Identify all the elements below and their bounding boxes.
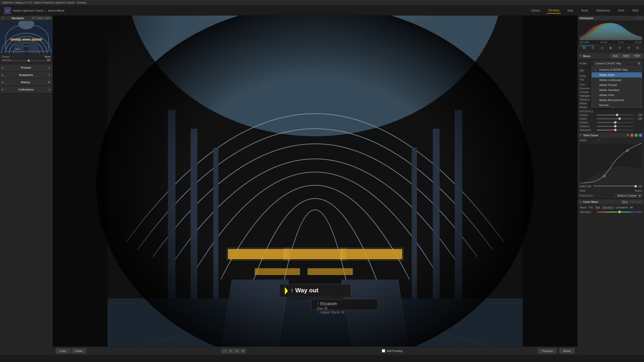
nav-library[interactable]: Library bbox=[530, 8, 542, 13]
refine-set-slider[interactable] bbox=[593, 186, 636, 187]
saturation-slider[interactable] bbox=[597, 130, 633, 130]
refine-set-label: Refine Set bbox=[580, 185, 591, 188]
histogram-aperture: f / 11 bbox=[618, 41, 623, 43]
navigator-triangle: ▼ bbox=[2, 17, 4, 19]
previous-button[interactable]: Previous bbox=[538, 348, 556, 353]
navigator-title: Navigator bbox=[12, 17, 24, 20]
nav-print[interactable]: Print bbox=[617, 8, 626, 13]
snapshots-add-button[interactable]: + bbox=[49, 73, 51, 77]
cm-all-btn[interactable]: All bbox=[630, 206, 633, 209]
dropdown-item-adobe-portrait[interactable]: Adobe Portrait bbox=[592, 82, 642, 87]
history-section: ▶ History ✕ bbox=[0, 79, 53, 86]
histogram-left-arrow[interactable]: ◁ bbox=[637, 16, 639, 20]
view-single[interactable]: ▢ bbox=[222, 349, 227, 353]
tone-curve-icons: ⚙ bbox=[627, 133, 642, 137]
nav-map[interactable]: Map bbox=[566, 8, 575, 13]
basic-panel-header: ▼ Basic Auto B&W HDR bbox=[578, 53, 644, 60]
basic-triangle: ▼ bbox=[580, 55, 582, 57]
histogram-right-arrow[interactable]: ▷ bbox=[640, 16, 642, 20]
presence-label: Presence bbox=[578, 109, 644, 113]
cm-saturation-btn[interactable]: Saturation bbox=[602, 206, 614, 209]
dropdown-item-adobe-vivid[interactable]: Adobe Vivid bbox=[592, 93, 642, 98]
original-photo-link[interactable]: Original Photo... bbox=[578, 44, 644, 48]
texture-value: +10 bbox=[634, 114, 642, 116]
history-header[interactable]: ▶ History ✕ bbox=[0, 79, 53, 86]
collections-header[interactable]: ▶ Collections + bbox=[0, 86, 53, 93]
svg-point-11 bbox=[18, 21, 34, 29]
nav-web[interactable]: Web bbox=[631, 8, 640, 13]
color-mixer-header[interactable]: ▼ Color Mixer Mixer Print Color bbox=[578, 199, 644, 205]
copy-button[interactable]: Copy bbox=[56, 348, 70, 353]
dropdown-item-adobe-standard[interactable]: Adobe Standard bbox=[592, 87, 642, 93]
cm-adjust-label: Adjust bbox=[580, 206, 587, 209]
snapshots-section: ▶ Snapshots + bbox=[0, 71, 53, 79]
red-channel-icon[interactable] bbox=[630, 134, 633, 137]
collections-add-button[interactable]: + bbox=[49, 87, 51, 92]
tc-point-icon[interactable]: ⋯ bbox=[601, 139, 603, 142]
nav-develop[interactable]: Develop bbox=[547, 8, 561, 14]
print-color-label[interactable]: Print Color bbox=[630, 200, 642, 203]
dehaze-label: Dehaze bbox=[580, 121, 596, 124]
amount-slider[interactable] bbox=[11, 60, 45, 61]
hdr-button[interactable]: HDR bbox=[632, 54, 642, 58]
output-label: Output bbox=[634, 189, 642, 192]
paste-button[interactable]: Paste bbox=[71, 348, 86, 353]
point-curve-select[interactable]: Medium Contrast Linear Strong Contrast bbox=[615, 194, 642, 198]
soft-proofing-checkbox[interactable] bbox=[382, 349, 385, 352]
nav-book[interactable]: Book bbox=[580, 8, 590, 13]
dropdown-item-browse[interactable]: Browse... bbox=[592, 103, 642, 108]
histogram-arrows: ◁ ▷ bbox=[637, 16, 642, 20]
clarity-slider[interactable] bbox=[597, 118, 633, 119]
vibrance-slider[interactable] bbox=[597, 126, 633, 127]
nav-fit[interactable]: FIT bbox=[32, 17, 36, 20]
tc-curve-icons: 〰 ⋯ bbox=[597, 139, 603, 142]
view-grid[interactable]: ⊠ bbox=[240, 349, 246, 353]
saturation-slider-row: Saturation bbox=[578, 128, 644, 132]
dehaze-slider[interactable] bbox=[597, 122, 633, 123]
profile-row: Profile Camera CLASSIC Neg ⊞ ✓ Camera CL… bbox=[578, 60, 644, 67]
cm-hue-btn[interactable]: Hue bbox=[595, 206, 600, 209]
tone-curve-settings-icon[interactable]: ⚙ bbox=[627, 133, 629, 137]
color-mixer-actions: Mixer Print Color bbox=[622, 200, 642, 203]
nav-150[interactable]: 150% bbox=[44, 17, 51, 20]
reset-button[interactable]: Reset bbox=[559, 348, 574, 353]
tone-curve-header[interactable]: ▼ Tone Curve ⚙ bbox=[578, 132, 644, 138]
center-content: ↑ Way out ↑ Elizabeth line ⓔ ↑ Upper Ban… bbox=[53, 16, 577, 355]
mixer-label[interactable]: Mixer bbox=[622, 200, 628, 203]
histogram-iso: ISO 1600 bbox=[580, 41, 589, 43]
tc-parametric-icon[interactable]: 〰 bbox=[597, 139, 600, 142]
history-clear-button[interactable]: ✕ bbox=[48, 80, 51, 84]
left-panel: ▼ Navigator FIT 100% 150% bbox=[0, 16, 53, 355]
basic-buttons: Auto B&W HDR bbox=[611, 54, 642, 58]
bw-button[interactable]: B&W bbox=[621, 54, 631, 58]
saturation-row: Saturation bbox=[578, 210, 644, 214]
titlebar-text: Lightroom Catalog-2-2-v13 - Adobe Photos… bbox=[2, 1, 86, 4]
input-output-row: Input Output bbox=[578, 189, 644, 193]
blue-channel-icon[interactable] bbox=[639, 134, 642, 137]
presets-section: ▶ Presets + bbox=[0, 64, 53, 71]
preset-section: Preset None Amount 100 bbox=[0, 54, 53, 64]
cm-luminance-btn[interactable]: Luminance bbox=[616, 206, 628, 209]
svg-rect-9 bbox=[22, 38, 30, 40]
tone-curve-title: Tone Curve bbox=[583, 134, 598, 137]
green-channel-icon[interactable] bbox=[635, 134, 638, 137]
presets-header[interactable]: ▶ Presets + bbox=[0, 64, 53, 71]
dropdown-item-adobe-landscape[interactable]: Adobe Landscape bbox=[592, 77, 642, 82]
view-compare[interactable]: ⊞ bbox=[228, 349, 233, 353]
profile-grid-icon: ⊞ bbox=[638, 62, 640, 65]
histogram-info: ISO 1600 22 mm f / 11 1/5 sec bbox=[578, 40, 644, 44]
texture-slider[interactable] bbox=[597, 115, 633, 115]
saturation-rainbow-slider[interactable] bbox=[597, 212, 642, 212]
dropdown-item-adobe-color[interactable]: Adobe Color bbox=[592, 72, 642, 77]
nav-100[interactable]: 100% bbox=[37, 17, 43, 20]
snapshots-header[interactable]: ▶ Snapshots + bbox=[0, 71, 53, 78]
tone-curve-canvas[interactable] bbox=[580, 143, 642, 183]
auto-button[interactable]: Auto bbox=[611, 54, 620, 58]
profile-dropdown[interactable]: Camera CLASSIC Neg ⊞ bbox=[593, 61, 642, 66]
dropdown-item-adobe-monochrome[interactable]: Adobe Monochrome bbox=[592, 98, 642, 103]
dropdown-item-camera-classic[interactable]: ✓ Camera CLASSIC Neg bbox=[592, 67, 642, 72]
presets-add-button[interactable]: + bbox=[49, 66, 51, 70]
navigator-header[interactable]: ▼ Navigator FIT 100% 150% bbox=[0, 16, 53, 21]
nav-slideshow[interactable]: Slideshow bbox=[595, 8, 612, 13]
view-survey[interactable]: ⊟ bbox=[234, 349, 240, 353]
